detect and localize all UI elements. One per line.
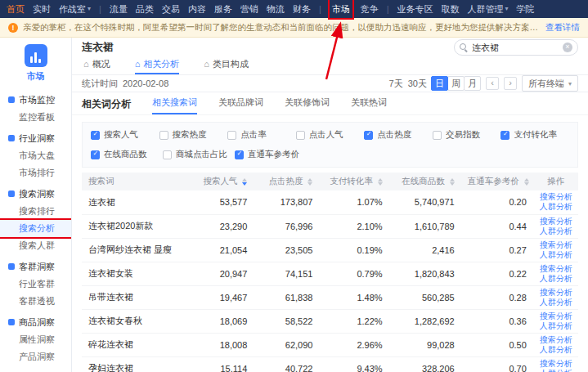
- cell-keyword: 吊带连衣裙: [82, 285, 188, 309]
- search-analysis-link[interactable]: 搜索分析: [540, 311, 572, 321]
- audience-analysis-link[interactable]: 人群分析: [540, 321, 572, 331]
- subtab-related-brand-words[interactable]: 关联品牌词: [218, 92, 263, 114]
- sidebar-item-monitor-board[interactable]: 监控看板: [0, 109, 71, 126]
- subtab-related-modifier-words[interactable]: 关联修饰词: [285, 92, 330, 114]
- metric-click-rate[interactable]: 点击率: [227, 129, 296, 141]
- granularity-month-button[interactable]: 月: [464, 76, 481, 91]
- nav-item-logistics[interactable]: 物流: [267, 0, 285, 18]
- range-7d-button[interactable]: 7天: [389, 78, 403, 90]
- range-30d-button[interactable]: 30天: [408, 78, 427, 90]
- sidebar-group-market-monitor[interactable]: 市场监控: [0, 91, 71, 109]
- nav-item-competition[interactable]: 竞争: [361, 0, 379, 18]
- checkbox-icon[interactable]: [296, 131, 305, 140]
- nav-item-audience[interactable]: 人群管理 ▾: [468, 0, 509, 18]
- metric-trade-index[interactable]: 交易指数: [433, 129, 501, 141]
- nav-item-realtime[interactable]: 实时: [33, 0, 51, 18]
- keyword-search-input[interactable]: 连衣裙 ×: [454, 39, 578, 56]
- nav-item-finance[interactable]: 财务: [293, 0, 311, 18]
- metric-payment-conversion[interactable]: 支付转化率: [500, 129, 569, 141]
- alert-icon: !: [8, 23, 18, 33]
- next-period-button[interactable]: ›: [504, 77, 517, 90]
- nav-item-data-fetch[interactable]: 取数: [442, 0, 460, 18]
- stat-date[interactable]: 2020-02-08: [123, 78, 168, 88]
- nav-item-home[interactable]: 首页: [7, 0, 25, 18]
- group-label: 商品洞察: [19, 316, 55, 329]
- granularity-day-button[interactable]: 日: [431, 76, 448, 91]
- audience-analysis-link[interactable]: 人群分析: [540, 274, 572, 284]
- metric-click-popularity[interactable]: 点击人气: [296, 129, 365, 141]
- nav-item-warroom[interactable]: 作战室 ▾: [59, 0, 91, 18]
- audience-analysis-link[interactable]: 人群分析: [540, 202, 572, 212]
- tab-overview[interactable]: ⌂ 概况: [83, 55, 110, 74]
- sidebar-item-market-overview[interactable]: 市场大盘: [0, 147, 71, 164]
- search-analysis-link[interactable]: 搜索分析: [540, 240, 572, 250]
- sidebar-item-market-ranking[interactable]: 市场排行: [0, 164, 71, 182]
- notice-detail-link[interactable]: 查看详情: [545, 22, 580, 34]
- sidebar-item-search-ranking[interactable]: 搜索排行: [0, 203, 71, 220]
- nav-item-academy[interactable]: 学院: [517, 0, 535, 18]
- terminal-select[interactable]: 所有终端 ▾: [522, 75, 578, 92]
- sidebar-item-search-analysis[interactable]: 搜索分析: [0, 220, 71, 237]
- nav-item-business-zone[interactable]: 业务专区: [397, 0, 433, 18]
- search-analysis-link[interactable]: 搜索分析: [540, 359, 572, 369]
- nav-item-category[interactable]: 品类: [136, 0, 154, 18]
- col-search-popularity[interactable]: 搜索人气: [188, 173, 254, 190]
- checkbox-checked-icon[interactable]: [364, 131, 373, 140]
- subtab-related-search-words[interactable]: 相关搜索词: [152, 92, 197, 114]
- sidebar-group-search-insight[interactable]: 搜索洞察: [0, 185, 71, 203]
- nav-item-traffic[interactable]: 流量: [110, 0, 128, 18]
- search-analysis-link[interactable]: 搜索分析: [540, 192, 572, 202]
- nav-item-market[interactable]: 市场: [330, 0, 352, 18]
- square-icon: [8, 263, 15, 270]
- metric-mall-click-share[interactable]: 商城点击占比: [163, 149, 235, 160]
- nav-item-service[interactable]: 服务: [214, 0, 232, 18]
- metric-click-heat[interactable]: 点击热度: [364, 129, 433, 141]
- sidebar-item-search-audience[interactable]: 搜索人群: [0, 237, 71, 254]
- metric-search-heat[interactable]: 搜索热度: [159, 129, 228, 141]
- cell-click-heat: 173,807: [254, 190, 319, 214]
- audience-analysis-link[interactable]: 人群分析: [540, 345, 572, 355]
- col-online-items[interactable]: 在线商品数: [389, 173, 461, 190]
- metric-online-items[interactable]: 在线商品数: [91, 149, 163, 160]
- sidebar-item-audience-perspective[interactable]: 客群透视: [0, 293, 71, 310]
- nav-item-trade[interactable]: 交易: [162, 0, 180, 18]
- audience-analysis-link[interactable]: 人群分析: [540, 298, 572, 307]
- clear-icon[interactable]: ×: [563, 43, 572, 52]
- checkbox-checked-icon[interactable]: [235, 150, 244, 159]
- checkbox-icon[interactable]: [163, 150, 172, 159]
- checkbox-icon[interactable]: [159, 131, 168, 140]
- sidebar-group-industry-insight[interactable]: 行业洞察: [0, 129, 71, 147]
- checkbox-checked-icon[interactable]: [91, 131, 100, 140]
- search-analysis-link[interactable]: 搜索分析: [540, 217, 572, 226]
- nav-item-marketing[interactable]: 营销: [240, 0, 258, 18]
- checkbox-icon[interactable]: [433, 131, 442, 140]
- checkbox-checked-icon[interactable]: [500, 131, 509, 140]
- col-payment-conversion[interactable]: 支付转化率: [319, 173, 388, 190]
- nav-divider: |: [99, 4, 101, 14]
- metric-ztc-reference-price[interactable]: 直通车参考价: [235, 149, 307, 160]
- sidebar-group-product-insight[interactable]: 商品洞察: [0, 313, 71, 331]
- sidebar-item-industry-audience[interactable]: 行业客群: [0, 276, 71, 293]
- nav-item-content[interactable]: 内容: [188, 0, 206, 18]
- audience-analysis-link[interactable]: 人群分析: [540, 250, 572, 260]
- checkbox-checked-icon[interactable]: [91, 150, 100, 159]
- audience-analysis-link[interactable]: 人群分析: [540, 369, 572, 372]
- search-analysis-link[interactable]: 搜索分析: [540, 264, 572, 274]
- market-module-logo[interactable]: 市场: [0, 38, 71, 87]
- sidebar-group-audience-insight[interactable]: 客群洞察: [0, 258, 71, 276]
- cell-ztc-price: 0.28: [461, 285, 533, 309]
- subtab-related-hot-words[interactable]: 关联热词: [351, 92, 387, 114]
- audience-analysis-link[interactable]: 人群分析: [540, 226, 572, 236]
- col-ztc-price[interactable]: 直通车参考价: [461, 173, 533, 190]
- search-analysis-link[interactable]: 搜索分析: [540, 288, 572, 298]
- prev-period-button[interactable]: ‹: [486, 77, 499, 90]
- checkbox-icon[interactable]: [227, 131, 236, 140]
- sidebar-item-product-insight[interactable]: 产品洞察: [0, 348, 71, 365]
- granularity-week-button[interactable]: 周: [447, 76, 465, 91]
- col-click-heat[interactable]: 点击热度: [254, 173, 319, 190]
- tab-related-analysis[interactable]: ⌂ 相关分析: [135, 55, 180, 74]
- tab-category-composition[interactable]: ⌂ 类目构成: [204, 55, 249, 74]
- metric-search-popularity[interactable]: 搜索人气: [91, 129, 159, 141]
- sidebar-item-attribute-insight[interactable]: 属性洞察: [0, 331, 71, 348]
- search-analysis-link[interactable]: 搜索分析: [540, 335, 572, 345]
